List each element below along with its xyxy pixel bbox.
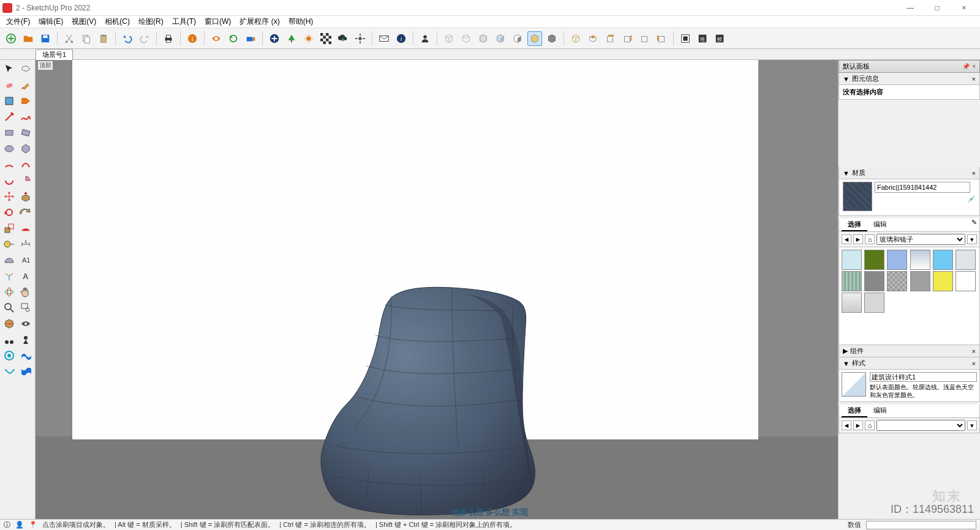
walk-tool[interactable] bbox=[1, 332, 18, 348]
redo-button[interactable] bbox=[137, 31, 152, 46]
view-top-button[interactable] bbox=[586, 31, 600, 46]
ext2-tool[interactable] bbox=[18, 348, 34, 364]
view-right-button[interactable] bbox=[620, 31, 635, 46]
menu-view[interactable]: 视图(V) bbox=[68, 15, 100, 28]
styles-nav-detail[interactable]: ▾ bbox=[967, 420, 977, 430]
undo-button[interactable] bbox=[120, 31, 135, 46]
tag-tool[interactable] bbox=[18, 93, 34, 109]
material-collection-select[interactable]: 玻璃和镜子 bbox=[876, 234, 965, 245]
material-swatch-preview[interactable] bbox=[843, 182, 872, 211]
tray-close-icon[interactable]: × bbox=[972, 63, 976, 70]
nav-detail-button[interactable]: ▾ bbox=[967, 234, 977, 244]
user-button[interactable] bbox=[418, 31, 432, 46]
pie-tool[interactable] bbox=[18, 173, 34, 188]
style-back-button[interactable] bbox=[545, 31, 559, 46]
ext4-tool[interactable] bbox=[18, 364, 34, 379]
look-tool[interactable] bbox=[18, 316, 34, 332]
add-circle-button[interactable] bbox=[267, 31, 282, 46]
arc2-tool[interactable] bbox=[18, 157, 34, 173]
styles-tool[interactable] bbox=[1, 93, 18, 109]
protractor-tool[interactable] bbox=[1, 252, 18, 268]
style-wire-button[interactable] bbox=[442, 31, 456, 46]
nav-fwd-button[interactable]: ► bbox=[853, 234, 863, 244]
scene-tab-1[interactable]: 场景号1 bbox=[36, 49, 73, 60]
style-mono-button[interactable] bbox=[510, 31, 525, 46]
swatch[interactable] bbox=[842, 271, 862, 291]
mail-button[interactable] bbox=[377, 31, 391, 46]
info-button[interactable]: i bbox=[394, 31, 409, 46]
nav-back-button[interactable]: ◄ bbox=[842, 234, 851, 244]
copy-button[interactable] bbox=[79, 31, 94, 46]
arc-tool[interactable] bbox=[1, 157, 18, 173]
styles-nav-back[interactable]: ◄ bbox=[842, 420, 851, 430]
enscape-button[interactable] bbox=[209, 31, 224, 46]
rectangle-tool[interactable] bbox=[1, 125, 18, 141]
view-left-button[interactable] bbox=[654, 31, 669, 46]
swatch[interactable] bbox=[864, 293, 884, 313]
gear-button[interactable] bbox=[353, 31, 368, 46]
swatch[interactable] bbox=[910, 250, 930, 270]
status-person-icon[interactable]: 👤 bbox=[15, 521, 24, 529]
text-tool[interactable]: A1 bbox=[18, 252, 34, 268]
status-geo-icon[interactable]: 📍 bbox=[29, 521, 37, 529]
swatch[interactable] bbox=[956, 271, 976, 291]
viewport[interactable]: 顶部 bbox=[36, 60, 838, 519]
lasso-tool[interactable] bbox=[18, 61, 34, 77]
style-thumb[interactable] bbox=[842, 372, 866, 397]
open-file-button[interactable] bbox=[21, 31, 36, 46]
status-help-icon[interactable]: ⓘ bbox=[4, 520, 10, 529]
pin-icon[interactable]: 📌 bbox=[962, 63, 970, 70]
menu-draw[interactable]: 绘图(R) bbox=[135, 15, 167, 28]
styles-nav-home[interactable]: ⌂ bbox=[865, 420, 875, 430]
styles-tab-select[interactable]: 选择 bbox=[842, 405, 867, 417]
select-tool[interactable] bbox=[1, 61, 18, 77]
circle-tool[interactable] bbox=[1, 141, 18, 157]
view-front-button[interactable] bbox=[603, 31, 617, 46]
camera-button[interactable] bbox=[243, 31, 258, 46]
scale-tool[interactable] bbox=[1, 220, 18, 236]
model-info-button[interactable]: i bbox=[185, 31, 200, 46]
section-tool[interactable] bbox=[1, 316, 18, 332]
zoom-tool[interactable] bbox=[1, 300, 18, 316]
materials-header[interactable]: ▼ 材质× bbox=[839, 167, 980, 179]
style-shaded-tex-button[interactable] bbox=[493, 31, 508, 46]
rot-rect-tool[interactable] bbox=[18, 125, 34, 141]
swatch[interactable] bbox=[864, 250, 884, 270]
pan-tool[interactable] bbox=[18, 284, 34, 300]
paste-button[interactable] bbox=[96, 31, 111, 46]
swatch[interactable] bbox=[956, 250, 976, 270]
menu-help[interactable]: 帮助(H) bbox=[285, 15, 317, 28]
ext3-tool[interactable] bbox=[1, 364, 18, 379]
square-1-button[interactable] bbox=[678, 31, 693, 46]
tape-tool[interactable] bbox=[1, 236, 18, 252]
swatch[interactable] bbox=[864, 271, 884, 291]
offset-tool[interactable] bbox=[18, 220, 34, 236]
square-2-button[interactable]: 坯 bbox=[695, 31, 710, 46]
refresh-button[interactable] bbox=[226, 31, 241, 46]
rotate-tool[interactable] bbox=[1, 204, 18, 220]
orbit-tool[interactable] bbox=[1, 284, 18, 300]
swatch[interactable] bbox=[842, 293, 862, 313]
freehand-tool[interactable] bbox=[18, 109, 34, 125]
pushpull-tool[interactable] bbox=[18, 188, 34, 204]
style-shaded-button[interactable] bbox=[476, 31, 491, 46]
dimension-tool[interactable]: 3 bbox=[18, 236, 34, 252]
polygon-tool[interactable] bbox=[18, 141, 34, 157]
swatch[interactable] bbox=[910, 271, 930, 291]
line-tool[interactable] bbox=[1, 109, 18, 125]
sun-button[interactable] bbox=[301, 31, 316, 46]
save-file-button[interactable] bbox=[38, 31, 53, 46]
style-name-input[interactable] bbox=[870, 372, 977, 382]
materials-tab-edit[interactable]: 编辑 bbox=[867, 218, 893, 231]
menu-tools[interactable]: 工具(T) bbox=[168, 15, 200, 28]
swatch[interactable] bbox=[887, 250, 907, 270]
close-button[interactable]: × bbox=[951, 0, 978, 16]
menu-file[interactable]: 文件(F) bbox=[2, 15, 34, 28]
move-tool[interactable] bbox=[1, 188, 18, 204]
menu-window[interactable]: 窗口(W) bbox=[201, 15, 235, 28]
eyedropper-icon[interactable]: 💉 bbox=[967, 195, 976, 203]
eraser-tool[interactable] bbox=[1, 77, 18, 93]
followme-tool[interactable] bbox=[18, 204, 34, 220]
measure-input[interactable] bbox=[866, 521, 976, 529]
swatch[interactable] bbox=[933, 271, 953, 291]
